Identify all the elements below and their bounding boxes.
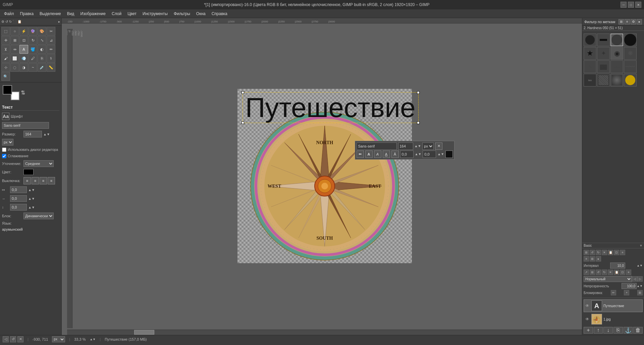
lock-icon-alpha[interactable]: ✏ (611, 290, 616, 295)
swap-colors-button[interactable]: ⇅ (21, 90, 25, 96)
mode-select[interactable]: Нормальный Умножение Экран (584, 276, 632, 282)
bc-icon-7[interactable]: ≡ (620, 250, 625, 255)
layer-add-button[interactable]: + (584, 327, 593, 334)
text-selection-box[interactable]: Путешествие (243, 92, 419, 123)
hscrollbar[interactable] (67, 330, 582, 335)
brush-thumb[interactable] (584, 34, 596, 46)
tt-align-left[interactable]: ⬅ (357, 151, 364, 158)
menu-windows[interactable]: Окна (194, 11, 208, 17)
bc-icon-6[interactable]: ⊡ (614, 250, 619, 255)
tool-move[interactable]: ✛ (1, 36, 10, 45)
panel-icon-4[interactable]: ▸ (637, 19, 642, 24)
brush-thumb[interactable]: ✦ (597, 47, 610, 60)
text-color-swatch[interactable] (23, 169, 34, 175)
tool-perspective-clone[interactable]: ⊹ (1, 63, 10, 72)
align-right-button[interactable]: ≡ (40, 177, 47, 184)
brush-thumb[interactable] (624, 74, 637, 87)
status-stop-button[interactable]: ✕ (17, 336, 23, 342)
tool-ink[interactable]: 🖊 (29, 54, 37, 63)
opacity-input[interactable] (622, 283, 637, 289)
canvas-workspace[interactable]: -1000 -750 -500 -250 |0 |250 |500 |750 |… (67, 23, 582, 328)
interval-value-input[interactable] (610, 263, 625, 269)
tt-font-input[interactable] (357, 142, 397, 150)
tt-bold[interactable]: A (365, 151, 373, 158)
bc-icon-5[interactable]: 📋 (608, 250, 613, 255)
selection-handle-bl[interactable] (241, 121, 244, 124)
brush-thumb[interactable]: ✳ (584, 60, 596, 73)
brush-thumb[interactable] (597, 74, 610, 87)
tool-blur[interactable]: ◌ (10, 63, 19, 72)
tool-free-select[interactable]: ⚡ (19, 27, 28, 36)
layer-visibility-text[interactable]: 👁 (585, 303, 590, 308)
tool-flip[interactable]: ⇔ (10, 45, 19, 54)
brush-thumb-selected[interactable] (610, 34, 623, 46)
selection-handle-tl[interactable] (241, 91, 244, 94)
letter-spacing-input[interactable] (10, 195, 27, 202)
tool-airbrush[interactable]: 💨 (19, 54, 28, 63)
align-center-button[interactable]: ≡ (32, 177, 39, 184)
menu-select[interactable]: Выделение (37, 11, 64, 17)
tt-underline[interactable]: A (383, 151, 390, 158)
menu-layer[interactable]: Слой (109, 11, 124, 17)
close-button[interactable]: ✕ (635, 2, 641, 8)
tt-x-input[interactable] (400, 151, 414, 158)
bc-icon-9[interactable]: ⊞ (590, 256, 595, 262)
tool-select-by-color[interactable]: 🎨 (38, 27, 46, 36)
foreground-color-swatch[interactable] (3, 85, 12, 95)
mode-arrow2[interactable]: ▷ (637, 276, 643, 282)
layer-raise-button[interactable]: ↑ (594, 327, 603, 334)
tool-clone[interactable]: ⎘ (38, 54, 46, 63)
dynamics-icon-1[interactable]: ↗ (584, 270, 589, 275)
brush-thumb[interactable]: ◉ (610, 47, 623, 60)
tt-close-button[interactable]: ✕ (435, 142, 442, 150)
brush-thumb[interactable] (610, 74, 623, 87)
brush-thumb[interactable] (597, 34, 610, 46)
selection-handle-tr[interactable] (417, 91, 420, 94)
tool-text[interactable]: A (19, 45, 28, 54)
brush-thumb[interactable]: 〰〰 (624, 60, 637, 73)
font-size-input[interactable] (23, 131, 42, 137)
tool-shear[interactable]: ⊿ (47, 36, 55, 45)
bc-icon-10[interactable]: ▸ (596, 256, 601, 262)
tool-heal[interactable]: ⚕ (47, 54, 55, 63)
brush-thumb[interactable]: ≡≡ (610, 60, 623, 73)
align-fill-button[interactable]: ≡ (48, 177, 55, 184)
tool-blend[interactable]: ◐ (38, 45, 46, 54)
tool-color-picker[interactable]: 💉 (38, 63, 46, 72)
menu-color[interactable]: Цвет (125, 11, 139, 17)
dynamics-icon-4[interactable]: ↻ (602, 270, 607, 275)
panel-icon-1[interactable]: ⊞ (619, 19, 624, 24)
layer-delete-button[interactable]: 🗑 (633, 327, 643, 334)
dynamics-icon-6[interactable]: 📋 (614, 270, 619, 275)
bc-icon-8[interactable]: ≡ (584, 256, 589, 262)
tt-color-swatch[interactable] (445, 151, 453, 158)
tool-align[interactable]: ⊞ (10, 36, 19, 45)
tool-zoom[interactable]: 🔍 (1, 72, 10, 81)
menu-file[interactable]: Файл (1, 11, 17, 17)
bc-icon-1[interactable]: ⊞ (584, 250, 589, 255)
block-select[interactable]: Динамический Фиксированный (23, 213, 54, 219)
bc-icon-3[interactable]: ↻ (596, 250, 601, 255)
menu-help[interactable]: Справка (209, 11, 230, 17)
font-name-input[interactable] (2, 122, 49, 129)
dynamics-icon-8[interactable]: ≡ (626, 270, 631, 275)
tool-measure[interactable]: 📏 (47, 63, 55, 72)
status-next-button[interactable]: ↺ (10, 336, 16, 342)
use-editor-checkbox[interactable] (2, 148, 6, 152)
brush-thumb[interactable]: ❋ (624, 47, 637, 60)
status-unit-select[interactable]: px mm (52, 336, 65, 342)
hinting-select[interactable]: Среднее Нет Небольшое Полное (23, 160, 54, 167)
antialiasing-checkbox[interactable] (2, 154, 6, 158)
dynamics-icon-5[interactable]: ✕ (608, 270, 613, 275)
tt-strikethrough[interactable]: Ā (391, 151, 399, 158)
layer-lower-button[interactable]: ↓ (603, 327, 613, 334)
selection-handle-br[interactable] (417, 121, 420, 124)
tool-crop[interactable]: ⊡ (19, 36, 28, 45)
panel-icon-3[interactable]: ⚙ (631, 19, 636, 24)
line-spacing-input[interactable] (10, 204, 27, 211)
dynamics-icon-7[interactable]: ⊡ (620, 270, 625, 275)
tool-paintbrush[interactable]: 🖌 (1, 54, 10, 63)
brush-thumb[interactable]: tex (584, 74, 596, 87)
text-layer-container[interactable]: Путешествие (243, 92, 419, 123)
canvas-image[interactable]: NORTH SOUTH EAST WEST (237, 89, 412, 263)
